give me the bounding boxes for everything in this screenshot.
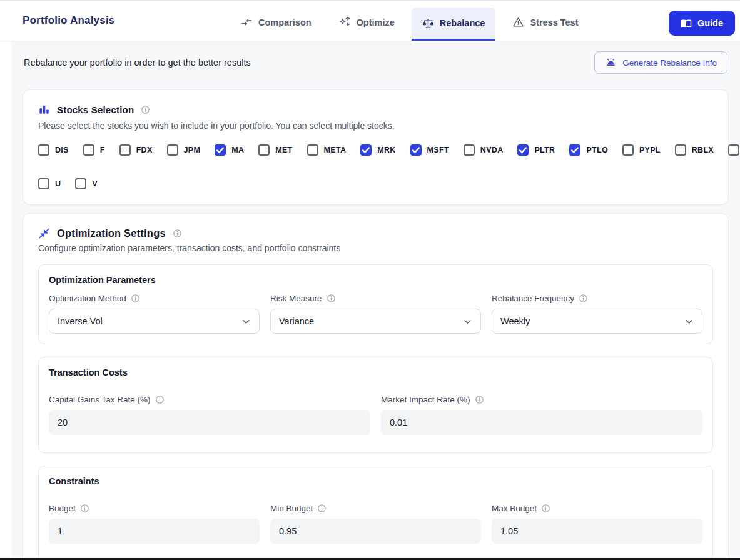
stock-ticker-label: JPM [184, 146, 201, 154]
stock-checkbox-item[interactable]: JPM [167, 144, 201, 156]
market-impact-input[interactable] [381, 410, 702, 435]
checkbox-unchecked[interactable] [119, 144, 131, 156]
stock-checkbox-item[interactable]: FDX [119, 144, 153, 156]
info-icon[interactable] [541, 504, 550, 513]
checkbox-checked[interactable] [569, 144, 580, 156]
risk-measure-select[interactable]: Variance [270, 309, 481, 334]
info-icon[interactable] [141, 105, 150, 114]
selected-value: Variance [279, 316, 314, 326]
checkbox-unchecked[interactable] [307, 144, 318, 156]
info-icon[interactable] [475, 395, 484, 404]
generate-rebalance-info-button[interactable]: Generate Rebalance Info [594, 51, 727, 74]
stock-checkbox-item[interactable]: MSFT [410, 144, 449, 156]
stock-checkbox-item[interactable]: DIS [38, 144, 69, 156]
max-budget-label: Max Budget [492, 504, 537, 513]
stock-ticker-label: RBLX [692, 146, 714, 154]
stock-checkbox-item[interactable]: U [38, 178, 61, 189]
checkbox-checked[interactable] [215, 144, 226, 156]
rebalance-frequency-label: Rebalance Frequency [492, 294, 574, 303]
selected-value: Weekly [500, 316, 530, 326]
balance-scale-icon [422, 18, 434, 29]
stocks-row-1: DISFFDXJPMMAMETMETAMRKMSFTNVDAPLTRPTLOPY… [38, 143, 713, 157]
tab-bar: Comparison Optimize [230, 1, 589, 41]
rebalance-panel: Rebalance your portfolio in order to get… [11, 41, 740, 560]
stock-ticker-label: MRK [377, 146, 395, 154]
checkbox-unchecked[interactable] [258, 144, 270, 156]
stocks-row-2: UV [38, 177, 713, 191]
sparkles-icon [339, 16, 351, 28]
bar-chart-icon [38, 104, 50, 116]
tab-rebalance[interactable]: Rebalance [412, 8, 496, 41]
chevron-down-icon [684, 316, 694, 327]
checkbox-unchecked[interactable] [622, 144, 634, 156]
info-icon[interactable] [173, 229, 182, 238]
checkbox-unchecked[interactable] [38, 178, 49, 189]
stock-checkbox-item[interactable]: NVDA [464, 144, 504, 156]
stock-ticker-label: MSFT [427, 146, 449, 154]
checkbox-unchecked[interactable] [38, 144, 49, 156]
tab-label: Stress Test [530, 18, 578, 28]
info-icon[interactable] [131, 294, 140, 303]
checkbox-unchecked[interactable] [167, 144, 178, 156]
stock-ticker-label: DIS [55, 146, 69, 154]
stock-checkbox-item[interactable]: META [307, 144, 347, 156]
rebalance-frequency-select[interactable]: Weekly [492, 309, 702, 334]
bell-rays-icon [605, 57, 617, 69]
generate-button-label: Generate Rebalance Info [622, 58, 717, 68]
checkbox-checked[interactable] [360, 144, 372, 156]
checkbox-unchecked[interactable] [75, 178, 86, 189]
stock-ticker-label: FDX [136, 146, 153, 154]
tab-comparison[interactable]: Comparison [230, 8, 322, 39]
stock-checkbox-item[interactable]: F [83, 144, 105, 156]
guide-button[interactable]: Guide [669, 11, 735, 36]
stock-checkbox-item[interactable]: PYPL [622, 144, 661, 156]
checkbox-unchecked[interactable] [83, 144, 94, 156]
warning-triangle-icon [512, 16, 524, 28]
stock-checkbox-item[interactable]: V [75, 178, 98, 189]
constraints-title: Constraints [49, 476, 702, 486]
stock-ticker-label: U [55, 179, 61, 188]
top-navigation-bar: Portfolio Analysis Comparison Optimize [0, 0, 740, 41]
checkbox-checked[interactable] [410, 144, 422, 156]
stock-checkbox-item[interactable]: RBLX [675, 144, 714, 156]
constraints-section: Constraints Budget Min Budget [38, 466, 713, 560]
book-icon [681, 18, 692, 29]
stock-checkbox-item[interactable]: MA [215, 144, 244, 156]
info-icon[interactable] [327, 294, 336, 303]
stock-ticker-label: PTLO [586, 146, 608, 154]
stock-checkbox-item[interactable]: TSLA [728, 144, 740, 156]
info-icon[interactable] [579, 294, 588, 303]
tab-label: Comparison [258, 18, 312, 28]
stock-checkbox-item[interactable]: MRK [360, 144, 395, 156]
optimization-method-label: Optimization Method [49, 294, 126, 303]
stock-checkbox-item[interactable]: MET [258, 144, 292, 156]
optimization-settings-card: Optimization Settings Configure optimiza… [23, 213, 729, 560]
checkbox-unchecked[interactable] [728, 144, 739, 156]
capital-gains-tax-field: Capital Gains Tax Rate (%) [49, 394, 370, 435]
stock-checkbox-item[interactable]: PLTR [517, 144, 555, 156]
stock-ticker-label: NVDA [480, 146, 504, 154]
checkbox-checked[interactable] [517, 144, 529, 156]
stock-checkbox-item[interactable]: PTLO [569, 144, 608, 156]
optimization-method-select[interactable]: Inverse Vol [49, 309, 260, 334]
capital-gains-tax-input[interactable] [49, 410, 370, 435]
stocks-selection-subtitle: Please select the stocks you wish to inc… [38, 121, 713, 131]
checkbox-unchecked[interactable] [675, 144, 686, 156]
optimization-settings-title: Optimization Settings [57, 228, 166, 239]
stock-ticker-label: META [324, 146, 347, 154]
stock-ticker-label: PYPL [639, 146, 661, 154]
budget-input[interactable] [49, 519, 260, 544]
max-budget-input[interactable] [492, 519, 702, 544]
checkbox-unchecked[interactable] [464, 144, 475, 156]
min-budget-input[interactable] [270, 519, 481, 544]
info-icon[interactable] [155, 395, 165, 404]
tab-label: Optimize [357, 18, 395, 28]
tab-stress-test[interactable]: Stress Test [502, 8, 589, 39]
compress-arrows-icon [38, 228, 50, 239]
min-budget-label: Min Budget [270, 504, 313, 513]
info-icon[interactable] [80, 504, 89, 513]
info-icon[interactable] [317, 504, 327, 513]
tab-optimize[interactable]: Optimize [328, 8, 405, 39]
capital-gains-tax-label: Capital Gains Tax Rate (%) [49, 395, 151, 404]
optimization-parameters-title: Optimization Parameters [49, 275, 702, 285]
